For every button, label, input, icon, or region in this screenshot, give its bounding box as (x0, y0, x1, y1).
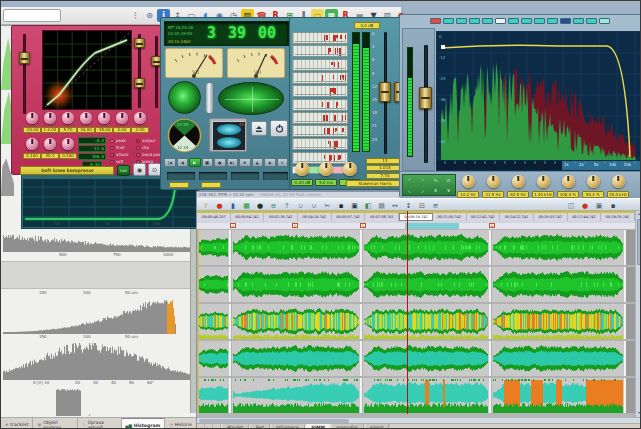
transport-button-2[interactable]: ▶ (189, 158, 201, 167)
analysis-tab-Historie[interactable]: ◔Historie (165, 418, 197, 429)
eq-knob-6[interactable] (612, 175, 625, 188)
small-icon[interactable]: ▪ (607, 200, 619, 211)
ruler-timestamp[interactable]: 00:19:25.741 (601, 213, 635, 221)
eject-button[interactable] (251, 121, 267, 136)
comp-left-slider[interactable] (19, 52, 30, 64)
stop-icon[interactable]: ● (254, 200, 266, 211)
comp-knob-r1-2[interactable] (62, 112, 74, 124)
transport-button-4[interactable]: ● (214, 158, 226, 167)
marker-icon[interactable]: ▮ (227, 200, 239, 211)
filter-shape-2[interactable]: ∿ (433, 178, 437, 183)
comp-opt-left-dot-0[interactable] (110, 139, 114, 143)
zoomv-icon[interactable]: ↕ (403, 200, 415, 211)
project-tab-Playlist[interactable]: Playlist (220, 424, 250, 429)
tab-nav-1[interactable]: ▸ (205, 424, 213, 429)
transport-button-7[interactable]: ▲ (252, 158, 264, 167)
comp-knob-r2-1[interactable] (44, 138, 56, 150)
ruler-timestamp[interactable]: 00:05:57.742 (332, 213, 366, 221)
eq-top-button-3[interactable] (469, 18, 480, 24)
magnet-a-icon[interactable]: ∪ (295, 200, 307, 211)
comp-knob-r2-0[interactable] (26, 138, 38, 150)
eq-top-button-2[interactable] (456, 18, 467, 24)
comp-opt-right-dot-0[interactable] (136, 139, 140, 143)
wishbone-tool-icon[interactable]: Y (200, 200, 212, 211)
filter-shape-0[interactable]: ◜ (409, 178, 411, 183)
filter-shape-3[interactable]: ∩ (447, 178, 451, 183)
timeline-ruler[interactable]: -00:00:46.25700:00:54.74200:02:35.74200:… (197, 211, 635, 221)
rec-b-icon[interactable]: ● (579, 200, 591, 211)
speaker-icon[interactable]: ◧ (362, 200, 374, 211)
eq-knob-3[interactable] (537, 175, 550, 188)
ruler-timestamp[interactable]: 00:17:44.742 (568, 213, 602, 221)
project-tab-SIMM[interactable]: SIMM (304, 424, 332, 429)
eq-knob-2[interactable] (512, 175, 525, 188)
eq-top-button-13[interactable] (599, 18, 610, 24)
filter-shape-7[interactable]: ∨ (447, 188, 451, 193)
transport-button-6[interactable]: ≡ (239, 158, 251, 167)
track-lane-1[interactable] (197, 229, 635, 266)
comp-knob-r1-5[interactable] (116, 112, 128, 124)
tab-nav-2[interactable]: ▴ (213, 424, 221, 429)
eq-knob-4[interactable] (562, 175, 575, 188)
ruler-timestamp[interactable]: 00:12:41.742 (467, 213, 501, 221)
wave-icon[interactable]: ≋ (430, 200, 442, 211)
marker-flag-2[interactable]: 3 (360, 223, 366, 228)
track-lane-4[interactable] (197, 340, 635, 377)
screen-b-icon[interactable]: ▣ (593, 200, 605, 211)
eq-top-button-8[interactable] (534, 18, 545, 24)
scroll-up-icon[interactable]: ▴ (638, 212, 640, 216)
eq-top-button-5[interactable] (495, 18, 506, 24)
eq-top-button-1[interactable] (443, 18, 454, 24)
comp-opt-left-dot-3[interactable] (110, 160, 114, 164)
ruler-timestamp[interactable]: 00:11:00.742 (433, 213, 467, 221)
zoom-icon[interactable]: ⊙ (143, 9, 156, 22)
marker-flag-3[interactable]: 4 (489, 223, 495, 228)
ruler-timestamp[interactable]: 00:04:16.741 (298, 213, 332, 221)
eq-knob-1[interactable] (487, 175, 500, 188)
comp-knob-r1-1[interactable] (44, 112, 56, 124)
eq-top-button-11[interactable] (573, 18, 584, 24)
filter-shape-4[interactable]: ◟ (409, 188, 411, 193)
grid2-icon[interactable]: ⊟ (416, 200, 428, 211)
analysis-tab-Úprava vstupů[interactable]: ✎Úprava vstupů (78, 418, 121, 429)
ruler-timestamp[interactable]: 00:00:54.742 (231, 213, 265, 221)
calibrate-button[interactable]: Lab (117, 165, 130, 176)
comp-right-slider-a[interactable] (134, 38, 145, 48)
meters-knob-1[interactable] (319, 162, 333, 176)
eq-top-button-9[interactable] (547, 18, 558, 24)
comp-knob-r1-4[interactable] (98, 112, 110, 124)
track-lane-5[interactable] (197, 377, 635, 414)
eq-top-button-10[interactable] (560, 18, 571, 24)
marker-flag-1[interactable]: 2 (292, 223, 298, 228)
tab-nav-0[interactable]: ◂ (197, 424, 205, 429)
transport-button-3[interactable]: ■ (202, 158, 214, 167)
filter-shape-1[interactable]: ◝ (422, 178, 424, 183)
transfer-curve-graph[interactable] (42, 30, 132, 110)
eq-knob-0[interactable] (462, 175, 475, 188)
monitor2-icon[interactable]: ▦ (241, 200, 253, 211)
scrollbar-thumb[interactable] (637, 219, 641, 265)
list-icon[interactable]: ≡ (268, 200, 280, 211)
comp-knob-r1-6[interactable] (134, 112, 146, 124)
magnet-b-icon[interactable]: ∪ (308, 200, 320, 211)
eq-top-button-4[interactable] (482, 18, 493, 24)
transport-button-8[interactable]: ◆ (264, 158, 276, 167)
project-tab-Test[interactable]: Test (248, 424, 271, 429)
pin-icon[interactable]: ↑ (281, 200, 293, 211)
comp-opt-left-dot-1[interactable] (110, 146, 114, 150)
analysis-tab-Objekt soubory[interactable]: ▦Objekt soubory (33, 418, 78, 429)
power-button[interactable] (270, 120, 288, 137)
spectrum-graph[interactable] (436, 31, 641, 171)
eq-top-button-0[interactable] (430, 18, 441, 24)
comp-opt-left-dot-2[interactable] (110, 153, 114, 157)
meters-knob-2[interactable] (343, 162, 357, 176)
zoomh-icon[interactable]: ↔ (389, 200, 401, 211)
mixer-icon[interactable]: ▤ (376, 200, 388, 211)
screen-a-icon[interactable]: ◫ (565, 200, 577, 211)
comp-button-a[interactable]: ◉ (133, 163, 146, 176)
filter-shape-6[interactable]: ∧ (434, 188, 438, 193)
comp-knob-r2-2[interactable] (62, 138, 74, 150)
playhead[interactable] (407, 211, 408, 414)
record-icon[interactable]: ● (214, 200, 226, 211)
analysis-tab-Histogram[interactable]: ▄▆Histogram (122, 418, 166, 429)
